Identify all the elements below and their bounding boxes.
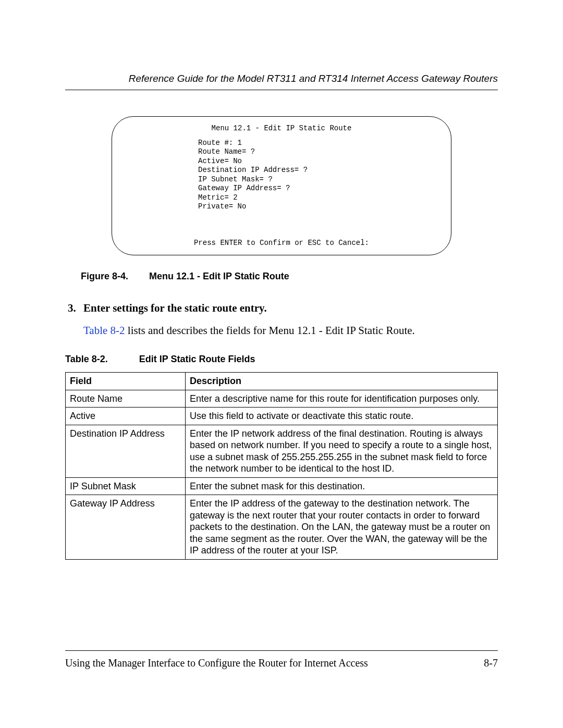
step-text: Enter settings for the static route entr… (83, 302, 267, 314)
table-row: Route Name Enter a descriptive name for … (66, 390, 498, 408)
table-cell-field: Gateway IP Address (66, 495, 186, 560)
table-cell-desc: Use this field to activate or deactivate… (186, 408, 498, 425)
table-row: Active Use this field to activate or dea… (66, 408, 498, 425)
terminal-line: Destination IP Address= ? (198, 166, 440, 175)
table-cell-desc: Enter a descriptive name for this route … (186, 390, 498, 408)
footer-text: Using the Manager Interface to Configure… (65, 657, 368, 669)
table-cell-desc: Enter the subnet mask for this destinati… (186, 477, 498, 495)
table-header-field: Field (66, 373, 186, 390)
table-cell-field: IP Subnet Mask (66, 477, 186, 495)
figure-caption: Figure 8-4.Menu 12.1 - Edit IP Static Ro… (81, 271, 498, 282)
table-cell-desc: Enter the IP network address of the fina… (186, 425, 498, 477)
table-cell-field: Route Name (66, 390, 186, 408)
step-number: 3. (68, 302, 83, 315)
terminal-line: Private= No (198, 202, 440, 212)
table-caption: Table 8-2.Edit IP Static Route Fields (65, 354, 498, 365)
table-label: Table 8-2. (65, 354, 108, 364)
step-description: Table 8-2 lists and describes the fields… (83, 324, 498, 337)
header-title: Reference Guide for the Model RT311 and … (65, 73, 498, 84)
table-header-row: Field Description (66, 373, 498, 390)
table-row: Destination IP Address Enter the IP netw… (66, 425, 498, 477)
table-header-desc: Description (186, 373, 498, 390)
header-rule (65, 90, 498, 90)
terminal-line: Route Name= ? (198, 147, 440, 157)
step-item: 3.Enter settings for the static route en… (68, 302, 498, 315)
table-cell-field: Active (66, 408, 186, 425)
terminal-line: Active= No (198, 157, 440, 166)
terminal-line: Gateway IP Address= ? (198, 184, 440, 193)
figure-label: Figure 8-4. (81, 271, 128, 281)
page-footer: Using the Manager Interface to Configure… (65, 650, 498, 669)
table-row: Gateway IP Address Enter the IP address … (66, 495, 498, 560)
terminal-footer: Press ENTER to Confirm or ESC to Cancel: (123, 239, 440, 248)
table-title: Edit IP Static Route Fields (139, 354, 255, 364)
terminal-body: Route #: 1 Route Name= ? Active= No Dest… (198, 139, 440, 212)
table-row: IP Subnet Mask Enter the subnet mask for… (66, 477, 498, 495)
terminal-line: Route #: 1 (198, 139, 440, 148)
terminal-line: IP Subnet Mask= ? (198, 175, 440, 184)
terminal-screen: Menu 12.1 - Edit IP Static Route Route #… (112, 116, 451, 255)
page-number: 8-7 (484, 657, 498, 669)
figure-title: Menu 12.1 - Edit IP Static Route (149, 271, 289, 281)
step-description-rest: lists and describes the fields for Menu … (125, 324, 415, 337)
fields-table: Field Description Route Name Enter a des… (65, 372, 498, 560)
table-cell-desc: Enter the IP address of the gateway to t… (186, 495, 498, 560)
table-cell-field: Destination IP Address (66, 425, 186, 477)
terminal-title: Menu 12.1 - Edit IP Static Route (123, 124, 440, 133)
table-reference-link[interactable]: Table 8-2 (83, 324, 125, 337)
footer-rule (65, 650, 498, 651)
terminal-line: Metric= 2 (198, 193, 440, 203)
